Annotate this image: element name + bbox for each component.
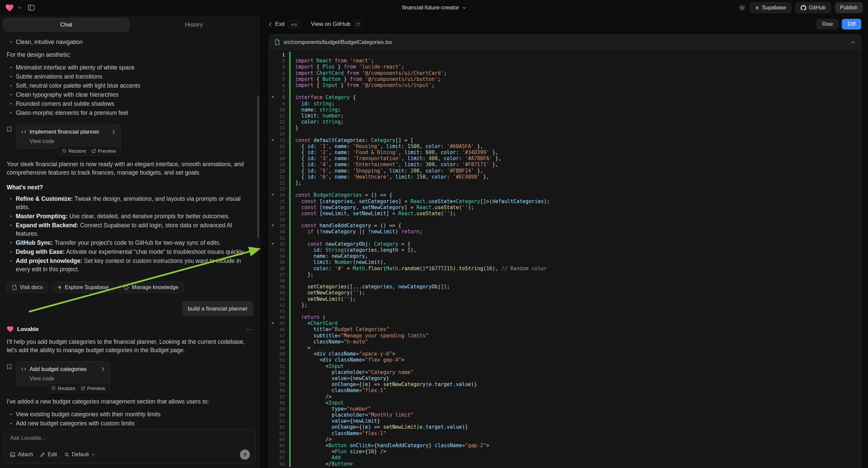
bookmark-icon[interactable] bbox=[7, 364, 12, 370]
send-button[interactable] bbox=[240, 449, 250, 460]
code-line: 35 limit: Number(newLimit), bbox=[269, 259, 861, 265]
mode-select[interactable]: Default bbox=[64, 451, 95, 458]
chat-scrollbar-thumb[interactable] bbox=[257, 95, 259, 238]
action-label: Manage knowledge bbox=[132, 284, 179, 290]
publish-button[interactable]: Publish bbox=[835, 2, 863, 13]
sliders-icon bbox=[64, 452, 69, 457]
code-text: const defaultCategories: Category[] = [ bbox=[290, 137, 413, 143]
tab-history[interactable]: History bbox=[131, 18, 257, 32]
supabase-bolt-icon bbox=[755, 5, 759, 11]
view-code-link[interactable]: View code bbox=[30, 374, 104, 383]
tool-card[interactable]: Implement financial plannerView codeRest… bbox=[16, 124, 121, 149]
code-text: className="flex-1" bbox=[290, 387, 386, 393]
bullet-item: GitHub Sync: Transfer your project's cod… bbox=[16, 239, 253, 247]
code-line: 30 if (!newCategory || !newLimit) return… bbox=[269, 229, 861, 235]
line-number: 28 bbox=[269, 216, 289, 223]
code-line: 43 bbox=[269, 308, 861, 314]
code-line: 4import ChartCard from '@/components/ui/… bbox=[269, 70, 861, 76]
project-switcher[interactable]: financial-future-creator bbox=[402, 4, 466, 11]
code-line: 57 /> bbox=[269, 394, 861, 400]
main-area: Chat History Clean, intuitive navigation… bbox=[0, 16, 868, 468]
code-line: 38 bbox=[269, 277, 861, 284]
github-button[interactable]: GitHub bbox=[796, 2, 831, 13]
code-line: 3import { Plus } from 'lucide-react'; bbox=[269, 64, 861, 70]
code-text: onChange={(e) => setNewLimit(e.target.va… bbox=[290, 424, 468, 430]
line-number: 34 bbox=[269, 253, 289, 259]
line-number: 29 bbox=[269, 223, 289, 229]
collapse-file-icon[interactable] bbox=[851, 41, 855, 43]
restore-button[interactable]: Restore bbox=[60, 147, 89, 155]
line-number: 33 bbox=[269, 247, 289, 253]
assistant-name: Lovable bbox=[17, 325, 39, 333]
code-line: 65 <Button onClick={handleAddCategory} c… bbox=[269, 442, 861, 448]
code-line: 34 name: newCategory, bbox=[269, 253, 861, 259]
view-code-link[interactable]: View code bbox=[30, 137, 115, 145]
settings-gear-icon[interactable] bbox=[739, 4, 746, 11]
code-text: const BudgetCategories = () => { bbox=[290, 192, 392, 198]
workspace-chevron-icon[interactable] bbox=[18, 7, 21, 9]
code-line: 15const defaultCategories: Category[] = … bbox=[269, 137, 861, 143]
edit-button[interactable]: Edit bbox=[40, 451, 57, 458]
raw-toggle[interactable]: Raw bbox=[816, 19, 838, 30]
code-text: const [newLimit, setNewLimit] = React.us… bbox=[290, 210, 456, 216]
tab-chat[interactable]: Chat bbox=[3, 18, 129, 32]
code-line: 29 const handleAddCategory = () => { bbox=[269, 223, 861, 229]
attach-label: Attach bbox=[18, 451, 33, 458]
line-number: 41 bbox=[269, 296, 289, 302]
restore-icon bbox=[62, 149, 66, 153]
line-number: 1 bbox=[269, 52, 289, 58]
code-line: 59 type="number" bbox=[269, 406, 861, 412]
lovable-logo-icon[interactable] bbox=[5, 4, 14, 12]
code-line: 44 return ( bbox=[269, 314, 861, 320]
action-label: Visit docs bbox=[20, 284, 42, 290]
tool-card[interactable]: Add budget categoriesView codeRestorePre… bbox=[16, 361, 110, 386]
file-path: src/components/budget/BudgetCategories.t… bbox=[283, 39, 392, 45]
line-number: 9 bbox=[269, 101, 289, 107]
code-line: 22]; bbox=[269, 180, 861, 186]
code-text bbox=[290, 277, 295, 284]
attach-button[interactable]: Attach bbox=[10, 451, 33, 458]
external-link-icon bbox=[81, 386, 85, 390]
supabase-button[interactable]: Supabase bbox=[750, 2, 791, 13]
view-on-github-link[interactable]: View on GitHub bbox=[311, 20, 362, 28]
diff-toggle[interactable]: Diff bbox=[842, 19, 861, 30]
more-options-icon[interactable]: ⋯ bbox=[246, 325, 253, 333]
code-icon bbox=[21, 129, 26, 134]
code-text: placeholder="Monthly limit" bbox=[290, 412, 413, 418]
line-number: 42 bbox=[269, 302, 289, 308]
tool-card-title: Implement financial planner bbox=[30, 127, 99, 136]
code-viewer[interactable]: 12import React from 'react';3import { Pl… bbox=[269, 50, 861, 468]
code-text: /> bbox=[290, 436, 332, 442]
file-header[interactable]: src/components/budget/BudgetCategories.t… bbox=[269, 35, 861, 50]
chevron-right-icon bbox=[103, 129, 115, 134]
action-explore-supabase[interactable]: Explore Supabase bbox=[52, 282, 114, 293]
line-number: 14 bbox=[269, 131, 289, 137]
preview-button[interactable]: Preview bbox=[89, 147, 118, 155]
bullet-list: View existing budget categories with the… bbox=[7, 410, 253, 427]
code-text: > bbox=[290, 345, 310, 351]
user-message-row: build a financial planner bbox=[7, 301, 253, 316]
code-text: <Plus size={16} /> bbox=[290, 448, 386, 455]
chat-input[interactable]: Ask Lovable... bbox=[10, 435, 250, 442]
action-manage-knowledge[interactable]: Manage knowledge bbox=[118, 282, 184, 293]
bookmark-icon[interactable] bbox=[7, 126, 12, 132]
chevron-left-icon bbox=[269, 22, 272, 27]
topbar-right: Supabase GitHub Publish bbox=[739, 2, 863, 13]
toggle-sidebar-icon[interactable] bbox=[28, 5, 35, 11]
code-text: Add bbox=[290, 455, 341, 461]
action-visit-docs[interactable]: Visit docs bbox=[7, 282, 48, 293]
code-text: placeholder="Category name" bbox=[290, 369, 413, 375]
exit-button[interactable]: Exit esc bbox=[269, 21, 301, 28]
github-label: GitHub bbox=[809, 5, 826, 11]
bullet-bold-label: Expand with Backend: bbox=[16, 222, 79, 229]
bullet-item: View existing budget categories with the… bbox=[16, 410, 253, 419]
restore-button[interactable]: Restore bbox=[49, 384, 78, 392]
code-text bbox=[290, 131, 295, 137]
tool-card-title: Add budget categories bbox=[30, 365, 87, 373]
line-number: 45 bbox=[269, 320, 289, 326]
line-number: 39 bbox=[269, 284, 289, 290]
bullet-item: Glass-morphic elements for a premium fee… bbox=[16, 109, 253, 117]
preview-button[interactable]: Preview bbox=[79, 384, 107, 392]
line-number: 10 bbox=[269, 107, 289, 113]
chat-heading: What’s next? bbox=[7, 183, 253, 192]
